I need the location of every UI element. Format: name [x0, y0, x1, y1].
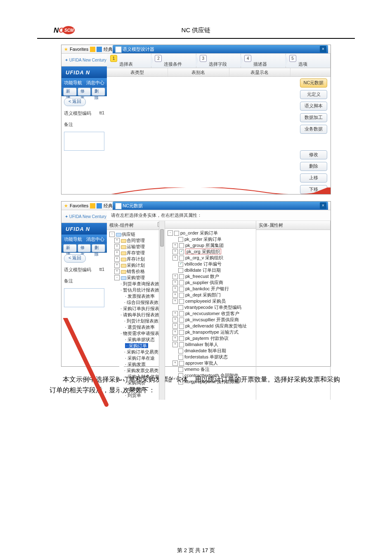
tree-node[interactable]: +✓pk_org 采购组织 [168, 249, 254, 255]
expand-icon[interactable]: + [114, 238, 120, 243]
nav-func[interactable]: 功能导航 [64, 80, 82, 86]
tree-node[interactable]: +pk_org_v 采购组织 [168, 255, 254, 261]
tree-node[interactable]: · 暂估月统计报表效率 [109, 287, 163, 293]
step-3[interactable]: 3选择字段 [196, 54, 241, 68]
tree-node[interactable]: +采购计划 [109, 262, 163, 268]
expand-icon[interactable]: + [114, 263, 120, 268]
expand-icon[interactable]: + [172, 336, 178, 341]
nav-msg[interactable]: 消息中心 [86, 80, 104, 86]
tree-node[interactable]: ✓vbillcode 订单编号 [168, 261, 254, 267]
checkbox[interactable] [179, 318, 184, 323]
expand-icon[interactable]: + [172, 299, 178, 304]
tree-node[interactable]: vmemo 备注 [168, 366, 254, 372]
nc-metadata-button[interactable]: NC元数据 [300, 78, 327, 88]
checkbox[interactable] [178, 373, 183, 378]
entity-tree[interactable]: -po_order 采购订单pk_order 采购订单+pk_group 所属集… [165, 221, 256, 400]
tree-node[interactable]: -采购管理 [109, 275, 163, 281]
expand-icon[interactable]: + [172, 292, 178, 298]
tree-node[interactable]: +库存管理 [109, 250, 163, 256]
close-icon[interactable]: × [320, 202, 326, 209]
tree-node[interactable]: · 采购订单 [109, 343, 163, 349]
expand-icon[interactable]: + [114, 250, 120, 256]
expand-icon[interactable]: + [114, 269, 120, 274]
checkbox[interactable] [179, 311, 184, 316]
step-2[interactable]: 2连接条件 [151, 54, 196, 68]
tree-node[interactable]: +pk_payterm 付款协议 [168, 335, 254, 342]
checkbox[interactable] [179, 324, 184, 329]
checkbox[interactable]: ✓ [179, 249, 184, 254]
dataproc-button[interactable]: 数据加工 [300, 113, 327, 122]
expand-icon[interactable]: + [114, 256, 120, 262]
tree-node[interactable]: +pk_group 所属集团 [168, 242, 254, 249]
tree-node[interactable]: · 物资需求申请报表效率 [109, 330, 163, 337]
back-button[interactable]: < 返回 [64, 98, 86, 106]
tree-node[interactable]: -po_order 采购订单 [168, 230, 254, 236]
expand-icon[interactable]: - [109, 232, 115, 237]
tree-node[interactable]: +billmaker 制单人 [168, 342, 254, 348]
tree-node[interactable]: · 到货单 [109, 392, 163, 398]
checkbox[interactable] [179, 330, 184, 335]
tree-node[interactable]: -供应链 [109, 231, 163, 237]
tree-node[interactable]: pk_order 采购订单 [168, 236, 254, 242]
tree-node[interactable]: +合同管理 [109, 237, 163, 244]
checkbox[interactable] [179, 342, 184, 347]
checkbox[interactable] [179, 287, 184, 292]
tree-node[interactable]: · 到货单查询报表效率 [109, 281, 163, 287]
expand-icon[interactable]: - [168, 230, 173, 236]
tree-node[interactable]: +pk_recvcustomer 收货客户 [168, 311, 254, 317]
tree-node[interactable]: · 请购单执行报表效率 [109, 312, 163, 318]
modify-button[interactable]: 修改 [300, 150, 327, 159]
expand-icon[interactable]: + [172, 323, 178, 329]
tree-node[interactable]: +approver 审批人 [168, 360, 254, 366]
tree-node[interactable]: dmakedate 制单日期 [168, 348, 254, 354]
tree-node[interactable]: +pk_dept 采购部门 [168, 292, 254, 298]
checkbox[interactable] [178, 268, 183, 273]
tree-node[interactable]: +pk_transporttype 运输方式 [168, 329, 254, 335]
checkbox[interactable] [179, 361, 184, 366]
edit-button[interactable]: 修改 [78, 88, 91, 96]
checkbox[interactable] [179, 243, 184, 248]
tree-node[interactable]: · 采购订单交易类型 [109, 349, 163, 355]
expand-icon[interactable]: + [172, 286, 178, 292]
checkbox[interactable]: ✓ [178, 262, 183, 267]
tree-node[interactable]: +销售价格 [109, 268, 163, 275]
tree-node[interactable]: vtrantypecode 订单类型编码 [168, 304, 254, 311]
tree-node[interactable]: · 采购入财务信息 [109, 374, 163, 380]
tree-node[interactable]: · 到货计划报表效率 [109, 318, 163, 324]
expand-icon[interactable]: + [172, 330, 178, 335]
expand-icon[interactable]: + [172, 255, 178, 261]
tree-node[interactable]: +pk_deliveradd 供应商发货地址 [168, 323, 254, 329]
tree-node[interactable]: +运输管理 [109, 244, 163, 250]
expand-icon[interactable]: + [172, 342, 178, 347]
tree-node[interactable]: · 采购订单执行报表效率 [109, 306, 163, 312]
tree-node[interactable]: forderstatus 单据状态 [168, 354, 254, 360]
checkbox[interactable] [179, 336, 184, 341]
expand-icon[interactable]: + [114, 244, 120, 249]
remove-button[interactable]: 删除 [300, 162, 327, 171]
expand-icon[interactable]: - [114, 275, 120, 280]
tree-node[interactable]: +pk_supplier 供应商 [168, 280, 254, 286]
checkbox[interactable] [179, 256, 184, 261]
step-4[interactable]: 4描述器 [241, 54, 286, 68]
add-button[interactable]: 新增 [63, 88, 77, 96]
tree-node[interactable]: +库存计划 [109, 256, 163, 262]
checkbox[interactable] [178, 305, 183, 310]
tree-node[interactable]: · 成本要素 [109, 386, 163, 392]
delete-button[interactable]: 删除 [92, 88, 105, 96]
checkbox[interactable] [178, 349, 183, 353]
checkbox[interactable] [178, 379, 183, 384]
checkbox[interactable] [178, 367, 183, 372]
tree-node[interactable]: · 采购询价 [109, 380, 163, 386]
checkbox[interactable] [174, 231, 179, 236]
checkbox[interactable] [178, 355, 183, 360]
bizdata-button[interactable]: 业务数据 [300, 125, 327, 134]
tree-node[interactable]: · 采购发票 [109, 361, 163, 368]
expand-icon[interactable]: + [172, 311, 178, 316]
tree-node[interactable]: · 采购订单在途 [109, 355, 163, 361]
expand-icon[interactable]: + [172, 361, 178, 366]
tree-node[interactable]: +cemployeeid 采购员 [168, 298, 254, 304]
moveup-button[interactable]: 上移 [300, 173, 327, 183]
tree-node[interactable]: norgprepaylimit 预付款限额 [168, 379, 254, 385]
checkbox[interactable] [178, 237, 183, 242]
tree-node[interactable]: · 采购发票交易类型 [109, 368, 163, 374]
